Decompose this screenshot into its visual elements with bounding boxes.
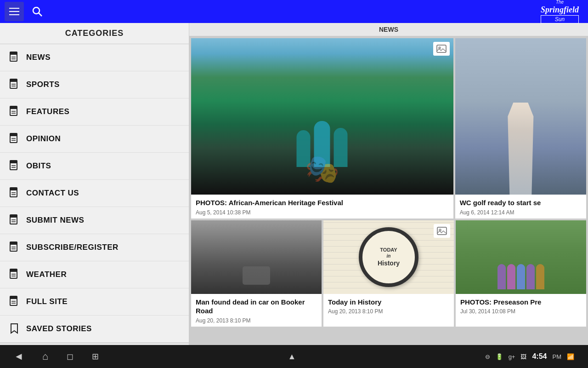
news-icon [9,52,19,63]
history-image: TODAY in History [323,220,454,294]
svg-rect-19 [10,161,17,163]
saved-icon [9,323,19,335]
sports-icon [9,79,19,91]
fullsite-icon [9,296,19,308]
contact-icon [9,187,19,199]
sidebar-item-news[interactable]: NEWS [0,44,189,71]
logo-name: Springfield [541,5,579,15]
battery-icon: 🔋 [496,353,503,360]
svg-rect-39 [10,296,17,299]
scale-button[interactable]: ⊞ [92,351,99,362]
history-img-placeholder [434,224,450,238]
image-icon: 🖼 [520,353,526,360]
card-wc-golf[interactable]: WC golf ready to start se Aug 6, 2014 12… [455,38,586,218]
hamburger-button[interactable] [5,2,24,21]
android-nav-bar: ◄ ⌂ ◻ ⊞ ▲ ⊖ 🔋 g+ 🖼 4:54 PM 📶 [0,345,588,368]
wifi-icon: 📶 [567,353,574,360]
sports-label: SPORTS [26,80,60,89]
svg-rect-3 [10,52,17,55]
status-bar: ⊖ 🔋 g+ 🖼 4:54 PM 📶 [485,352,574,361]
preseason-image [456,220,586,294]
sidebar-item-submit[interactable]: SUBMIT NEWS [0,207,189,234]
dead-car-image [191,220,322,294]
subscribe-icon [9,242,19,253]
card-festival[interactable]: PHOTOS: African-American Heritage Festiv… [191,38,453,218]
sidebar-item-fullsite[interactable]: FULL SITE [0,288,189,316]
contact-label: CONTACT US [26,189,79,198]
clock-history: History [378,259,400,267]
search-icon [32,6,42,17]
opinion-icon [9,133,19,145]
festival-title: PHOTOS: African-American Heritage Festiv… [196,198,449,207]
opinion-label: OPINION [26,134,61,144]
hamburger-line [9,14,19,15]
clock-in: in [378,253,400,259]
sidebar-item-weather[interactable]: WEATHER [0,261,189,288]
news-label: NEWS [26,53,51,62]
news-section-label: NEWS [189,23,588,36]
main-area: CATEGORIES NEWS SPORTS FEATURES OPINION … [0,23,588,345]
dead-car-date: Aug 20, 2013 8:10 PM [196,317,317,324]
wc-golf-image [455,38,586,195]
festival-img-placeholder [433,42,450,56]
home-button[interactable]: ⌂ [42,351,48,362]
features-icon [9,106,19,118]
clock-text: TODAY in History [378,247,400,267]
obits-icon [9,160,19,172]
festival-figures [297,121,348,167]
history-date: Aug 20, 2013 8:10 PM [328,308,449,315]
news-row-2: Man found dead in car on Booker Road Aug… [191,220,586,327]
svg-rect-35 [10,269,17,272]
minus-icon: ⊖ [485,353,490,360]
svg-point-0 [33,7,40,14]
wc-golf-title: WC golf ready to start se [460,198,582,207]
dead-car-title: Man found dead in car on Booker Road [196,298,317,316]
sidebar-item-opinion[interactable]: OPINION [0,126,189,153]
back-button[interactable]: ◄ [14,351,24,362]
recents-button[interactable]: ◻ [67,351,74,362]
user-icon: g+ [509,353,515,360]
fullsite-label: FULL SITE [26,297,68,306]
wc-golf-date: Aug 6, 2014 12:14 AM [460,209,582,216]
sidebar-item-obits[interactable]: OBITS [0,153,189,180]
card-preseason[interactable]: PHOTOS: Preseason Pre Jul 30, 2014 10:08… [456,220,586,327]
festival-image [191,38,453,195]
news-row-1: PHOTOS: African-American Heritage Festiv… [191,38,586,218]
sidebar-item-contact[interactable]: CONTACT US [0,180,189,207]
logo-the: The [541,0,579,5]
sidebar-item-subscribe[interactable]: SUBSCRIBE/REGISTER [0,234,189,261]
road-stain [243,266,270,285]
card-dead-car[interactable]: Man found dead in car on Booker Road Aug… [191,220,322,327]
sidebar-item-saved[interactable]: SAVED STORIES [0,316,189,343]
history-body: Today in History Aug 20, 2013 8:10 PM [323,294,454,318]
wc-golf-body: WC golf ready to start se Aug 6, 2014 12… [455,195,586,218]
svg-rect-15 [10,133,17,136]
sidebar: CATEGORIES NEWS SPORTS FEATURES OPINION … [0,23,189,345]
weather-label: WEATHER [26,270,67,279]
submit-label: SUBMIT NEWS [26,216,84,225]
preseason-title: PHOTOS: Preseason Pre [460,298,582,307]
news-grid: PHOTOS: African-American Heritage Festiv… [189,36,588,345]
news-content: NEWS [189,23,588,345]
hamburger-line [9,8,19,9]
weather-icon [9,269,19,281]
subscribe-label: SUBSCRIBE/REGISTER [26,243,119,252]
saved-label: SAVED STORIES [26,324,92,334]
obits-label: OBITS [26,161,51,171]
search-button[interactable] [28,2,47,21]
svg-line-1 [39,13,42,16]
sidebar-item-sports[interactable]: SPORTS [0,71,189,98]
card-today-history[interactable]: TODAY in History Today in History Aug 20… [323,220,454,327]
submit-icon [9,214,19,226]
svg-rect-23 [10,188,17,190]
preseason-group [498,264,544,289]
sidebar-item-features[interactable]: FEATURES [0,98,189,126]
festival-bg [191,38,453,195]
logo-subtitle: Sun [541,15,579,23]
svg-rect-11 [10,106,17,109]
clock-face: TODAY in History [359,227,418,287]
nav-left-controls: ◄ ⌂ ◻ ⊞ [14,351,99,362]
status-time: 4:54 [532,352,547,361]
hamburger-line [9,11,19,12]
clock-today: TODAY [378,247,400,253]
